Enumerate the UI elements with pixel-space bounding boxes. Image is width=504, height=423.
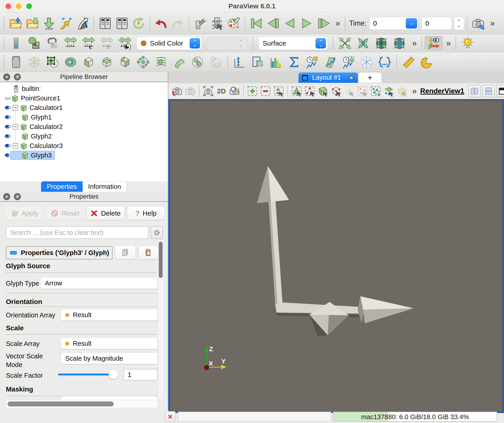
ruler-tool-button[interactable] xyxy=(399,55,418,69)
search-options-button[interactable] xyxy=(151,226,163,239)
undo-button[interactable] xyxy=(153,15,169,31)
time-value-combobox[interactable]: ⌄ xyxy=(369,17,418,30)
tree-item-calculator3[interactable]: Calculator3 xyxy=(0,141,168,151)
save-data-button[interactable] xyxy=(41,15,57,31)
zoom-closest-button[interactable] xyxy=(354,36,372,51)
properties-close-button[interactable] xyxy=(3,193,10,200)
help-button[interactable]: ?Help xyxy=(127,207,165,220)
visibility-eye-icon[interactable] xyxy=(3,113,12,121)
rescale-temporal-button[interactable]: t xyxy=(98,36,116,51)
pipeline-undock-button[interactable] xyxy=(14,73,21,81)
layout-tab[interactable]: Layout #1 xyxy=(299,73,358,83)
abort-button[interactable] xyxy=(165,411,176,422)
properties-vertical-scrollbar[interactable] xyxy=(158,240,163,399)
hover-points-button[interactable] xyxy=(395,85,408,98)
zoom-window-button[interactable] xyxy=(26,3,32,9)
light-toggle[interactable] xyxy=(459,36,477,51)
connect-server-button[interactable] xyxy=(97,15,114,31)
gradient-filter-button[interactable] xyxy=(357,55,376,69)
select-points-on-button[interactable] xyxy=(303,85,316,98)
toolbar-overflow-button[interactable]: » xyxy=(486,19,497,28)
contour-filter-button[interactable] xyxy=(61,55,80,69)
save-screenshot-button[interactable] xyxy=(74,15,91,31)
capture-screenshot-button[interactable] xyxy=(202,85,215,98)
play-button[interactable] xyxy=(298,15,315,31)
plot-data-over-time-filter-button[interactable] xyxy=(303,55,321,69)
rescale-to-data-range-button[interactable] xyxy=(61,36,80,51)
glyph-type-combobox[interactable]: Arrow xyxy=(40,277,157,289)
tree-item-glyph3-selected[interactable]: Glyph3 xyxy=(0,151,168,160)
collapse-toggle[interactable] xyxy=(13,105,18,110)
group-datasets-filter-button[interactable] xyxy=(188,55,207,69)
time-value-input[interactable] xyxy=(370,19,405,27)
apply-button[interactable]: Apply xyxy=(6,207,43,220)
delete-button[interactable]: Delete xyxy=(87,207,124,220)
tree-item-glyph1[interactable]: Glyph1 xyxy=(0,112,168,122)
redo-button[interactable] xyxy=(169,15,186,31)
pipeline-close-button[interactable] xyxy=(3,73,10,81)
scale-factor-input[interactable] xyxy=(124,369,158,380)
save-file-button[interactable] xyxy=(24,15,41,31)
visibility-eye-icon[interactable] xyxy=(3,132,12,140)
scrollbar-thumb[interactable] xyxy=(159,242,163,278)
previous-frame-button[interactable] xyxy=(265,15,282,31)
reset-session-button[interactable] xyxy=(130,15,147,31)
histogram-filter-button[interactable] xyxy=(267,55,285,69)
warp-filter-button[interactable] xyxy=(170,55,188,69)
vector-scale-mode-combobox[interactable]: Scale by Magnitude xyxy=(61,353,157,364)
close-tab-icon[interactable] xyxy=(348,74,355,81)
color-palette-button[interactable] xyxy=(225,15,242,31)
color-by-combobox[interactable]: Solid Color ⌃⌄ xyxy=(137,37,202,50)
toolbar-overflow-button[interactable]: » xyxy=(408,39,419,48)
interactive-select-points-button[interactable] xyxy=(369,85,382,98)
split-horizontal-button[interactable] xyxy=(468,85,481,97)
toolbar-handle[interactable] xyxy=(4,37,5,50)
extract-selection-filter-button[interactable] xyxy=(249,55,267,69)
split-vertical-button[interactable] xyxy=(482,85,495,97)
time-index-input[interactable] xyxy=(421,17,452,30)
protractor-tool-button[interactable] xyxy=(418,55,436,69)
scrollbar-thumb[interactable] xyxy=(7,401,114,406)
export-scene-button[interactable] xyxy=(57,15,74,31)
orientation-array-combobox[interactable]: Result xyxy=(61,309,157,321)
properties-group-header[interactable]: Properties ('Glyph3' / Glyph) xyxy=(6,246,113,259)
properties-undock-button[interactable] xyxy=(14,193,21,200)
copy-properties-button[interactable] xyxy=(115,246,136,259)
select-cells-through-button[interactable] xyxy=(316,85,330,98)
maximize-view-button[interactable] xyxy=(497,85,504,97)
visibility-eye-icon[interactable] xyxy=(3,142,12,150)
tree-item-glyph2[interactable]: Glyph2 xyxy=(0,131,168,141)
rescale-to-custom-range-button[interactable]: c xyxy=(80,36,98,51)
first-frame-button[interactable] xyxy=(248,15,265,31)
point-interpolator-filter-button[interactable] xyxy=(25,55,43,69)
collapse-toggle[interactable] xyxy=(13,143,18,148)
render-viewport[interactable]: Z X Y xyxy=(168,99,504,413)
play-backward-button[interactable] xyxy=(282,15,298,31)
properties-horizontal-scrollbar[interactable] xyxy=(6,400,157,408)
toolbar-handle[interactable] xyxy=(4,17,5,30)
slider-thumb[interactable] xyxy=(109,370,118,379)
render-view-title[interactable]: RenderView1 xyxy=(420,87,464,95)
paste-properties-button[interactable] xyxy=(139,246,158,259)
scale-array-combobox[interactable]: Result xyxy=(61,338,157,349)
rescale-visible-button[interactable] xyxy=(116,36,134,51)
scale-factor-slider[interactable] xyxy=(58,374,118,375)
select-polygon-cells-button[interactable] xyxy=(343,85,356,98)
select-cells-on-button[interactable] xyxy=(290,85,303,98)
ungroup-datasets-filter-button[interactable] xyxy=(207,55,225,69)
plot-selection-over-time-filter-button[interactable] xyxy=(339,55,357,69)
reset-camera-closest-button[interactable] xyxy=(390,36,408,51)
select-points-through-button[interactable] xyxy=(330,85,343,98)
selection-colormap-button[interactable] xyxy=(209,15,225,31)
zoom-to-data-button[interactable] xyxy=(336,36,354,51)
plot-on-intersection-filter-button[interactable] xyxy=(321,55,339,69)
collapse-group-icon[interactable] xyxy=(10,251,17,255)
colormap-button[interactable] xyxy=(7,36,25,51)
toolbar-overflow-button[interactable]: » xyxy=(443,39,453,48)
stream-tracer-filter-button[interactable] xyxy=(152,55,170,69)
time-dropdown-button[interactable]: ⌄ xyxy=(406,18,417,29)
select-toggle-button[interactable] xyxy=(272,85,285,98)
tab-information[interactable]: Information xyxy=(83,181,127,192)
toolbar-overflow-button[interactable]: » xyxy=(408,86,419,96)
tree-item-builtin[interactable]: builtin: xyxy=(0,84,168,93)
